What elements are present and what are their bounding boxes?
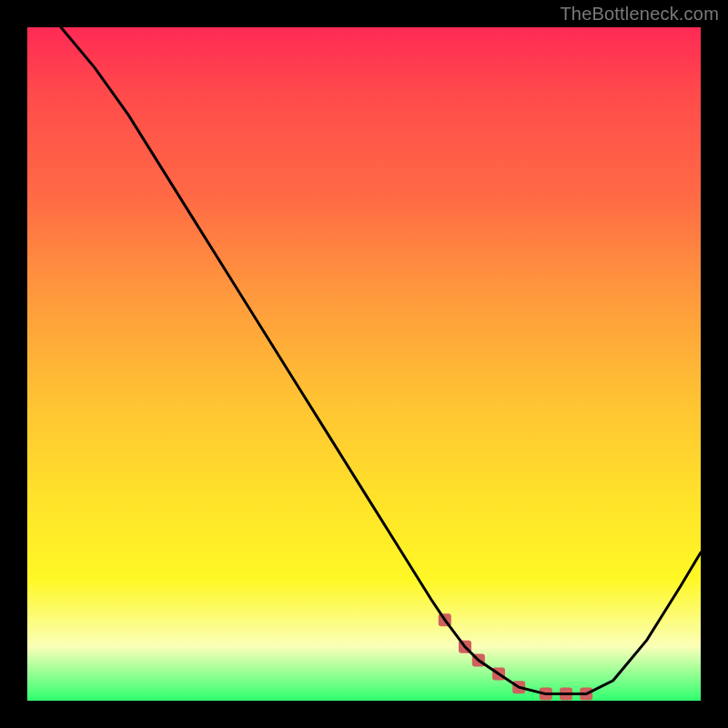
trough-markers xyxy=(439,613,592,700)
plot-area xyxy=(27,27,701,701)
chart-frame: TheBottleneck.com xyxy=(0,0,728,728)
bottleneck-curve xyxy=(61,27,701,694)
watermark-label: TheBottleneck.com xyxy=(560,4,719,25)
curve-layer xyxy=(27,27,701,701)
